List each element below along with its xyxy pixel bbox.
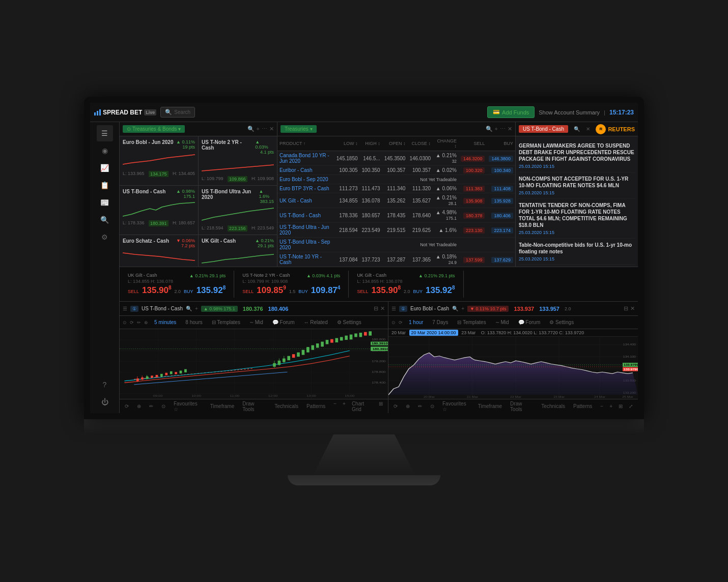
chart2-technicals-btn[interactable]: Technicals xyxy=(539,402,567,410)
buy-button[interactable]: 100.340 xyxy=(491,167,513,173)
chart2-zoom-in-btn[interactable]: + xyxy=(607,402,614,410)
watch-item[interactable]: US T-Bond Ultra Jun 2020 ▲ 1.6% 383.15 xyxy=(199,186,277,235)
news-tab[interactable]: US T-Bond - Cash xyxy=(519,125,568,133)
col-buy[interactable]: BUY xyxy=(487,136,515,151)
chart2-draw-tools-btn[interactable]: Draw Tools xyxy=(508,400,535,413)
add-panel-icon[interactable]: + xyxy=(257,126,260,132)
sidebar-icon-orders[interactable]: 📋 xyxy=(97,177,113,193)
sell-button[interactable]: 180.378 xyxy=(463,213,485,219)
buy-button[interactable]: 111.408 xyxy=(491,186,513,192)
chart2-patterns-btn[interactable]: Patterns xyxy=(571,402,594,410)
sell-button[interactable]: 137.599 xyxy=(463,257,485,263)
col-product[interactable]: PRODUCT ↑ xyxy=(277,136,334,151)
col-close[interactable]: CLOSE ↕ xyxy=(407,136,433,151)
sell-button[interactable]: 111.383 xyxy=(463,186,485,192)
table-row[interactable]: US T-Note 10 YR - Cash 137.084 137.723 1… xyxy=(277,252,515,267)
sidebar-icon-search2[interactable]: 🔍 xyxy=(97,212,113,228)
market-tab[interactable]: Treasuries ▾ xyxy=(281,125,317,133)
mid-btn[interactable]: ∼ Mid xyxy=(246,318,266,326)
minimize-icon[interactable]: ⊟ xyxy=(374,305,378,312)
buy-button[interactable]: 180.406 xyxy=(491,213,513,219)
news-item[interactable]: TENTATIVE TENDER OF NON-COMPS, FIMA FOR … xyxy=(519,199,635,239)
close-chart1-icon[interactable]: ✕ xyxy=(380,305,385,312)
favourites-btn[interactable]: Favourites ☆ xyxy=(172,400,204,413)
watch-item[interactable]: Euro Bobl - Jun 2020 ▲ 0.11% 19 pts xyxy=(120,136,198,185)
ticker-item[interactable]: UK Gilt - Cash ▲ 0.21% 29.1 pts L: 134.8… xyxy=(349,271,463,298)
settings-panel-icon[interactable]: ⋯ xyxy=(262,126,267,132)
chart2-forum-btn[interactable]: 💬 Forum xyxy=(515,318,544,326)
chart2-expand-btn[interactable]: ⊞ xyxy=(617,402,625,410)
sell-button[interactable]: 223.130 xyxy=(463,227,485,234)
patterns-btn[interactable]: Patterns xyxy=(304,402,327,410)
buy-button[interactable]: 146.3800 xyxy=(489,156,513,162)
watch-item[interactable]: US T-Bond - Cash ▲ 0.98% 175.1 xyxy=(120,186,198,235)
chart1-add-icon[interactable]: + xyxy=(195,306,198,311)
watch-item[interactable]: Euro Schatz - Cash ▼ 0.06% 7.2 pts xyxy=(120,235,198,267)
minimize-chart2-icon[interactable]: ⊟ xyxy=(624,305,628,312)
sidebar-icon-news[interactable]: 📰 xyxy=(97,194,113,211)
draw-tools-btn[interactable]: Draw Tools xyxy=(240,400,268,413)
settings-market-icon[interactable]: ⋯ xyxy=(500,126,506,132)
ticker-item[interactable]: US T-Note 2 YR - Cash ▲ 0.03% 4.1 pts L:… xyxy=(234,271,349,298)
expand-btn[interactable]: ⊞ xyxy=(377,400,385,413)
search-panel-icon[interactable]: 🔍 xyxy=(247,126,255,132)
watchlist-tab[interactable]: ⊙ Treasuries & Bonds ▾ xyxy=(123,125,185,133)
close-market-icon[interactable]: ✕ xyxy=(508,126,512,132)
templates-btn[interactable]: ⊟ Templates xyxy=(209,318,243,326)
col-sell[interactable]: SELL xyxy=(459,136,487,151)
watch-item[interactable]: UK Gilt - Cash ▲ 0.21% 29.1 pts xyxy=(199,235,277,267)
magnet-btn[interactable]: ⊙ xyxy=(159,402,167,410)
col-high[interactable]: HIGH ↕ xyxy=(360,136,382,151)
chart2-favourites-btn[interactable]: Favourites ☆ xyxy=(440,400,472,413)
table-row[interactable]: US T-Bond Ultra - Jun 2020 218.594 223.5… xyxy=(277,223,515,238)
sell-button[interactable]: 100.320 xyxy=(463,167,485,173)
chart2-timeframe-bottom-btn[interactable]: Timeframe xyxy=(476,402,504,410)
buy-button[interactable]: 137.629 xyxy=(491,257,513,263)
sidebar-icon-charts[interactable]: 📈 xyxy=(97,160,113,176)
table-row[interactable]: Euro Bobl - Sep 2020 Not Yet Tradeable xyxy=(277,175,515,184)
sidebar-icon-watchlist[interactable]: ◉ xyxy=(97,142,113,159)
sidebar-icon-power[interactable]: ⏻ xyxy=(97,394,113,410)
settings-chart1-btn[interactable]: ⚙ Settings xyxy=(334,318,365,326)
sidebar-icon-home[interactable]: ☰ xyxy=(97,125,113,141)
reset-btn[interactable]: ⟳ xyxy=(123,402,131,410)
crosshair-btn[interactable]: ⊕ xyxy=(135,402,143,410)
news-item[interactable]: FED BIDS FOR 1-YR 10-MO FLOATING RATE NO… xyxy=(519,265,635,267)
close-news-icon[interactable]: ✕ xyxy=(586,126,590,132)
sell-button[interactable]: 135.908 xyxy=(463,198,485,204)
table-row[interactable]: Euribor - Cash 100.305 100.350 100.357 1… xyxy=(277,166,515,175)
watch-item[interactable]: US T-Note 2 YR - Cash ▲ 0.03% 4.1 pts xyxy=(199,136,277,185)
technicals-btn[interactable]: Technicals xyxy=(272,402,300,410)
table-row[interactable]: US T-Bond - Cash 178.336 180.657 178.435… xyxy=(277,208,515,223)
chart2-pen-btn[interactable]: ✏ xyxy=(416,402,424,410)
chart2-mid-btn[interactable]: ∼ Mid xyxy=(492,318,512,326)
add-market-icon[interactable]: + xyxy=(495,126,498,132)
zoom-out-btn[interactable]: − xyxy=(331,400,339,413)
buy-button[interactable]: 135.928 xyxy=(491,198,513,204)
table-row[interactable]: Canada Bond 10 YR - Jun 2020 145.1850 14… xyxy=(277,151,515,166)
search-market-icon[interactable]: 🔍 xyxy=(486,126,493,132)
timeframe-5min[interactable]: 5 minutes xyxy=(151,318,179,326)
related-btn[interactable]: ↔ Related xyxy=(300,318,330,326)
account-summary-link[interactable]: Show Account Summary xyxy=(539,109,600,115)
add-funds-button[interactable]: 💳 Add Funds xyxy=(487,106,535,118)
chart2-magnet-btn[interactable]: ⊙ xyxy=(428,402,436,410)
col-change[interactable]: CHANGE ↕ xyxy=(433,136,459,151)
chart2-templates-btn[interactable]: ⊟ Templates xyxy=(454,318,489,326)
chart1-toolbar-icon2[interactable]: ⟳ xyxy=(130,320,134,325)
search-news-icon[interactable]: 🔍 xyxy=(574,126,580,132)
table-row[interactable]: Euro BTP 3YR - Cash 111.273 111.473 111.… xyxy=(277,184,515,193)
close-panel-icon[interactable]: ✕ xyxy=(269,126,274,132)
chart2-toolbar-icon1[interactable]: ⊙ xyxy=(391,320,396,325)
search-bar[interactable]: 🔍 Search xyxy=(160,107,195,118)
timeframe-bottom-btn[interactable]: Timeframe xyxy=(208,402,236,410)
col-open[interactable]: OPEN ↕ xyxy=(382,136,408,151)
chart1-toolbar-icon3[interactable]: ⊕ xyxy=(144,320,148,325)
chart2-zoom-out-btn[interactable]: − xyxy=(598,402,605,410)
news-item[interactable]: GERMAN LAWMAKERS AGREE TO SUSPEND DEBT B… xyxy=(519,139,635,172)
table-row[interactable]: US T-Bond Ultra - Sep 2020 Not Yet Trade… xyxy=(277,238,515,252)
pen-btn[interactable]: ✏ xyxy=(147,402,155,410)
chart2-timeframe-7d[interactable]: 7 Days xyxy=(429,318,451,326)
chart1-search-icon[interactable]: 🔍 xyxy=(186,306,192,311)
chart1-toolbar-icon1[interactable]: ⊙ xyxy=(123,320,127,325)
